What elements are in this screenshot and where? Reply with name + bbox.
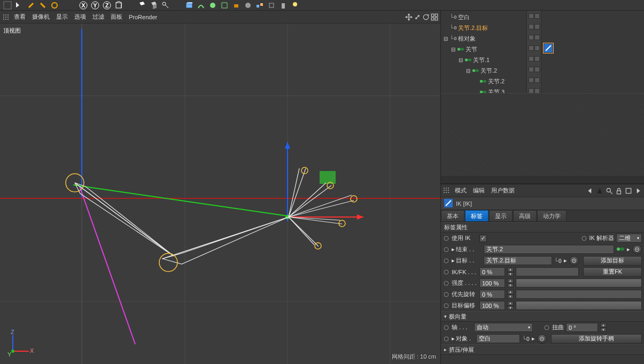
om-item-null[interactable]: ⊟└0根对象 <box>441 33 526 44</box>
vp-maximize-icon[interactable] <box>431 13 438 21</box>
tool-icon[interactable] <box>243 1 253 10</box>
stepper-ikfk[interactable]: ▲▼ <box>507 267 514 276</box>
tool-icon[interactable] <box>219 1 230 10</box>
tool-icon[interactable] <box>207 1 218 10</box>
vp-menu-view[interactable]: 查看 <box>14 13 26 21</box>
om-tag-cell[interactable] <box>541 21 644 32</box>
om-item-joint[interactable]: 关节.2 <box>441 76 526 87</box>
anim-dot-icon[interactable] <box>443 269 449 275</box>
viewport-canvas[interactable]: 顶视图 网格间距 : 10 cm Z X Y <box>0 24 440 364</box>
om-scrollbar[interactable] <box>441 176 644 183</box>
anim-dot-icon[interactable] <box>544 324 550 331</box>
vp-menu-filter[interactable]: 过滤 <box>92 13 104 21</box>
expand-toggle-icon[interactable] <box>443 14 448 20</box>
om-item-joint[interactable]: 关节.3 <box>441 87 526 93</box>
panel-grip-icon[interactable] <box>2 13 10 21</box>
om-tags-column[interactable] <box>541 11 644 93</box>
om-tree[interactable]: └0空白└0关节.2.目标⊟└0根对象⊟关节⊟关节.1⊟关节.2关节.2关节.3… <box>441 11 526 93</box>
nav-forward-icon[interactable] <box>634 187 642 195</box>
om-item-joint[interactable]: ⊟关节 <box>441 44 526 55</box>
om-item-null[interactable]: └0关节.2.目标 <box>441 22 526 33</box>
tool-icon[interactable] <box>231 1 242 10</box>
vp-menu-options[interactable]: 选项 <box>74 13 86 21</box>
tool-icon[interactable] <box>2 1 13 10</box>
layer-flags[interactable] <box>527 53 541 64</box>
om-tag-cell[interactable] <box>541 75 644 86</box>
anim-dot-icon[interactable] <box>443 291 449 298</box>
pick-target-button[interactable] <box>569 256 579 266</box>
field-target-offset[interactable]: 100 % <box>479 301 505 310</box>
lock-icon[interactable] <box>615 187 623 195</box>
vp-menu-prorender[interactable]: ProRender <box>129 14 157 20</box>
section-tag-properties[interactable]: 标签属性 <box>441 222 644 233</box>
pick-end-button[interactable] <box>632 245 642 254</box>
tool-icon[interactable] <box>290 1 300 10</box>
anim-dot-icon[interactable] <box>443 235 449 242</box>
expand-toggle-icon[interactable] <box>473 89 478 93</box>
tab-basic[interactable]: 基本 <box>441 210 464 221</box>
tab-dynamics[interactable]: 动力学 <box>537 210 567 221</box>
anim-dot-icon[interactable] <box>443 336 449 342</box>
vp-menu-display[interactable]: 显示 <box>56 13 68 21</box>
expand-toggle-icon[interactable] <box>443 25 448 30</box>
tool-icon[interactable]: Z <box>102 1 112 10</box>
layer-flags[interactable] <box>527 43 541 53</box>
tab-tag[interactable]: 标签 <box>465 210 488 221</box>
expand-toggle-icon[interactable]: ⊟ <box>465 68 471 73</box>
section-squash-stretch[interactable]: ▸挤压/伸展 <box>441 344 644 355</box>
vp-zoom-icon[interactable] <box>414 13 421 21</box>
stepper-twist[interactable]: ▲▼ <box>600 323 607 332</box>
tool-icon[interactable] <box>137 1 148 10</box>
tool-icon[interactable] <box>196 1 206 10</box>
anim-dot-icon[interactable] <box>443 280 449 286</box>
om-tag-cell[interactable] <box>541 11 644 21</box>
layer-flags[interactable] <box>527 64 541 75</box>
tab-display[interactable]: 显示 <box>489 210 513 221</box>
panel-grip-icon[interactable] <box>443 187 451 195</box>
field-strength[interactable]: 100 % <box>479 278 505 288</box>
slider-target-offset[interactable] <box>516 301 642 310</box>
stepper-target-offset[interactable]: ▲▼ <box>507 301 514 310</box>
field-pole-obj[interactable]: 空白 <box>476 334 520 343</box>
field-prior-rot[interactable]: 0 % <box>479 290 505 299</box>
slider-strength[interactable] <box>516 278 642 288</box>
vp-menu-cameras[interactable]: 摄像机 <box>32 13 50 21</box>
stepper-strength[interactable]: ▲▼ <box>507 278 514 288</box>
vp-pan-icon[interactable] <box>405 13 413 21</box>
tool-icon[interactable]: X <box>78 1 89 10</box>
tool-icon[interactable] <box>160 1 171 10</box>
layer-flags[interactable] <box>527 11 541 21</box>
layer-flags[interactable] <box>527 21 541 32</box>
am-menu-mode[interactable]: 模式 <box>455 187 467 195</box>
add-rotation-handle-button[interactable]: 添加旋转手柄 <box>551 334 642 344</box>
om-flags-column[interactable] <box>526 11 541 93</box>
tool-icon[interactable] <box>113 1 124 10</box>
field-twist[interactable]: 0 ° <box>566 323 598 332</box>
vp-rotate-icon[interactable] <box>422 13 430 21</box>
am-menu-edit[interactable]: 编辑 <box>473 187 485 195</box>
tab-advanced[interactable]: 高级 <box>513 210 537 221</box>
search-icon[interactable] <box>606 187 613 195</box>
tool-icon[interactable] <box>254 1 265 10</box>
anim-dot-icon[interactable] <box>443 246 449 253</box>
pick-pole-button[interactable] <box>537 334 547 344</box>
checkbox-use-ik[interactable]: ✓ <box>479 235 487 242</box>
om-item-null[interactable]: └0空白 <box>441 12 526 22</box>
om-tag-cell[interactable] <box>541 64 644 75</box>
layer-flags[interactable] <box>527 32 541 43</box>
om-tag-cell[interactable] <box>541 53 644 64</box>
tool-icon[interactable]: Y <box>90 1 100 10</box>
anim-dot-icon[interactable] <box>443 258 449 264</box>
tool-icon[interactable] <box>49 1 60 10</box>
field-target[interactable]: 关节.2.目标 <box>484 256 552 265</box>
tool-icon[interactable] <box>149 1 159 10</box>
tool-icon[interactable] <box>266 1 277 10</box>
expand-toggle-icon[interactable]: ⊟ <box>451 47 456 52</box>
new-window-icon[interactable] <box>625 187 632 195</box>
anim-dot-icon[interactable] <box>443 303 449 309</box>
slider-prior-rot[interactable] <box>516 290 642 299</box>
layer-flags[interactable] <box>527 75 541 86</box>
add-target-button[interactable]: 添加目标 <box>583 256 642 266</box>
nav-back-icon[interactable] <box>586 187 594 195</box>
stepper-prior-rot[interactable]: ▲▼ <box>507 290 514 299</box>
